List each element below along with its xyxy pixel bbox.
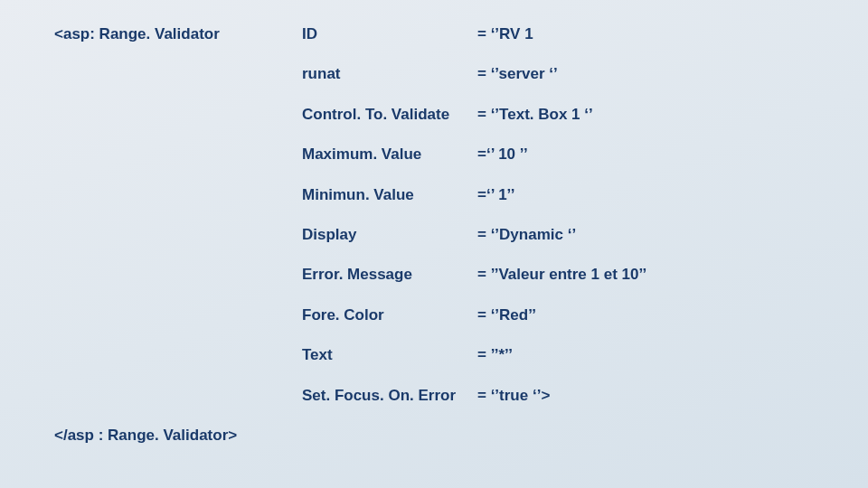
attr-name: Maximum. Value xyxy=(302,145,474,164)
attr-name: Fore. Color xyxy=(302,306,474,324)
attr-row: Fore. Color = ‘’Red’’ xyxy=(54,306,814,324)
slide-content: <asp: Range. Validator ID = ‘’RV 1 runat… xyxy=(0,0,868,488)
attr-row: Error. Message = ’’Valeur entre 1 et 10’… xyxy=(54,266,814,284)
attr-name: Error. Message xyxy=(302,266,474,284)
attr-value: = ‘’true ‘’> xyxy=(477,387,814,405)
attr-row: Text = ’’*’’ xyxy=(54,346,814,364)
attr-name: Display xyxy=(302,226,474,244)
attr-row: Display = ‘’Dynamic ‘’ xyxy=(54,226,814,244)
attr-value: = ‘’Dynamic ‘’ xyxy=(477,226,814,244)
attr-name: runat xyxy=(302,65,474,83)
attr-value: = ’’Valeur entre 1 et 10’’ xyxy=(477,266,814,284)
attr-row: Control. To. Validate = ‘’Text. Box 1 ‘’ xyxy=(54,106,814,124)
close-tag: </asp : Range. Validator> xyxy=(54,427,814,445)
open-tag: <asp: Range. Validator xyxy=(54,25,298,43)
attr-name: Set. Focus. On. Error xyxy=(302,387,474,405)
attr-row: <asp: Range. Validator ID = ‘’RV 1 xyxy=(54,25,814,43)
attr-row: Maximum. Value =‘’ 10 ’’ xyxy=(54,145,814,164)
attr-row: runat = ‘’server ‘’ xyxy=(54,65,814,83)
attr-row: Minimun. Value =‘’ 1’’ xyxy=(54,186,814,204)
attr-name: Text xyxy=(302,346,474,364)
attr-value: =‘’ 10 ’’ xyxy=(477,145,814,164)
attr-value: = ‘’RV 1 xyxy=(477,25,814,43)
attr-name: ID xyxy=(302,25,474,43)
attr-value: = ’’*’’ xyxy=(477,346,814,364)
attr-name: Minimun. Value xyxy=(302,186,474,204)
attr-row: Set. Focus. On. Error = ‘’true ‘’> xyxy=(54,387,814,405)
attr-name: Control. To. Validate xyxy=(302,106,474,124)
attr-value: = ‘’server ‘’ xyxy=(477,65,814,83)
attr-value: =‘’ 1’’ xyxy=(477,186,814,204)
attr-value: = ‘’Text. Box 1 ‘’ xyxy=(477,106,814,124)
attr-value: = ‘’Red’’ xyxy=(477,306,814,324)
